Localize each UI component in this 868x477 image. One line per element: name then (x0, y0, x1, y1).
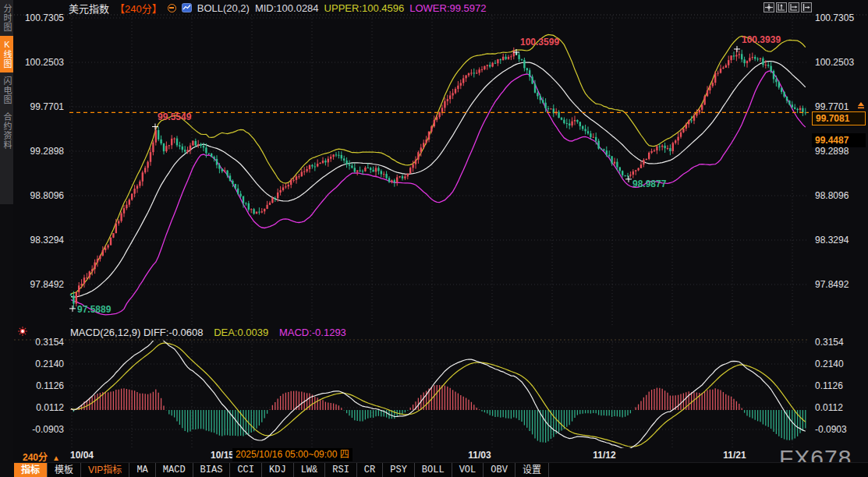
macd-tick-label: 0.1126 (14, 380, 64, 391)
price-tick-label: 98.3294 (14, 235, 64, 246)
macd-diff-value: MACD(26,12,9) DIFF:-0.0608 (70, 327, 204, 338)
price-extreme-label: 100.3599 (520, 37, 559, 48)
macd-tick-label: 0.2140 (815, 359, 844, 369)
date-label: 10/04 (70, 450, 94, 461)
price-tick-label: 100.2503 (815, 57, 854, 68)
last-price-badge: 99.7081 (812, 111, 866, 125)
zoom-y-tool-icon[interactable] (776, 2, 787, 12)
price-up-arrow-icon (857, 102, 865, 110)
macd-tick-label: -0.0903 (815, 424, 847, 435)
crosshair-tool-icon[interactable] (763, 2, 774, 12)
chart-type-icon (182, 3, 192, 12)
macd-bar-value: MACD:-0.1293 (279, 327, 346, 338)
date-label: 11/21 (723, 450, 746, 461)
price-tick-label: 99.7701 (14, 101, 64, 112)
toolbar-item[interactable]: 模板 (48, 463, 81, 477)
macd-tick-label: 0.0112 (14, 402, 64, 413)
date-label: 10/15 (211, 450, 234, 461)
chart-header: 美元指数 【240分】 BOLL(20,2) MID:100.0284 UPPE… (69, 2, 487, 14)
toolbar-item[interactable]: CCI (230, 463, 262, 477)
date-label: 11/03 (468, 450, 491, 461)
toolbar-item[interactable]: LW& (294, 463, 326, 477)
expand-triangle-icon: ▲ (52, 454, 60, 462)
boll-mid-value: MID:100.0284 (255, 2, 319, 14)
chart-tool-group (763, 2, 812, 12)
date-label: 11/12 (593, 450, 615, 461)
chart-canvas[interactable] (0, 0, 868, 477)
price-extreme-label: 100.3939 (742, 34, 781, 45)
price-tick-label: 99.2898 (815, 146, 849, 157)
macd-dea-value: DEA:0.0039 (214, 327, 268, 338)
price-extreme-label: 98.9877 (632, 178, 666, 189)
tab-contract-info[interactable]: 合约资料 (0, 108, 13, 154)
trading-terminal-window: 分时图 K线图 闪电图 合约资料 美元指数 【240分】 BOLL(20,2) … (0, 0, 868, 477)
boll-lower-value: LOWER:99.5972 (409, 2, 486, 14)
toolbar-item[interactable]: OBV (484, 463, 515, 477)
toolbar-item[interactable]: VOL (452, 463, 484, 477)
alert-icon[interactable] (18, 327, 27, 336)
toolbar-item[interactable]: KDJ (262, 463, 294, 477)
toolbar-item[interactable]: PSY (383, 463, 415, 477)
toolbar-item[interactable]: BOLL (415, 463, 452, 477)
time-range-tooltip: 2025/10/16 05:00~09:00 四 (232, 448, 353, 461)
toolbar-item[interactable]: VIP指标 (81, 463, 129, 477)
timeframe-label: 【240分】 (115, 1, 162, 16)
price-tick-label: 99.7701 (815, 101, 849, 112)
price-tick-label: 98.3294 (815, 235, 849, 246)
toolbar-item[interactable]: BIAS (193, 463, 231, 477)
collapse-icon[interactable] (168, 4, 176, 12)
zoom-x-tool-icon[interactable] (788, 2, 799, 12)
price-tick-label: 97.8492 (14, 279, 64, 290)
price-extreme-label: 99.5549 (158, 111, 191, 122)
price-tick-label: 100.7305 (14, 12, 64, 23)
toolbar-item[interactable]: 指标 (14, 463, 48, 477)
price-tick-label: 100.7305 (815, 12, 854, 23)
boll-upper-value: UPPER:100.4596 (324, 2, 405, 14)
toolbar-item[interactable]: MA (129, 463, 155, 477)
timeframe-selector[interactable]: 240分▲ (23, 450, 60, 463)
price-tick-label: 98.8096 (815, 190, 849, 201)
boll-name-label: BOLL(20,2) (197, 2, 250, 14)
macd-tick-label: 0.0112 (815, 402, 843, 413)
price-tick-label: 99.2898 (14, 146, 64, 157)
left-tab-rail: 分时图 K线图 闪电图 合约资料 (0, 0, 13, 477)
macd-tick-label: 0.2140 (14, 359, 64, 369)
indicator-toolbar: 指标模板VIP指标MAMACDBIASCCIKDJLW&RSICRPSYBOLL… (14, 462, 868, 477)
tab-lightning-chart[interactable]: 闪电图 (0, 72, 13, 108)
price-tick-label: 97.8492 (815, 279, 849, 290)
macd-tick-label: 0.1126 (815, 380, 843, 391)
macd-tick-label: 0.3154 (815, 337, 844, 348)
toolbar-item[interactable]: MACD (156, 463, 193, 477)
price-tick-label: 98.8096 (14, 190, 64, 201)
tab-time-chart[interactable]: 分时图 (0, 0, 13, 36)
toolbar-item[interactable]: RSI (325, 463, 357, 477)
price-tick-label: 100.2503 (14, 57, 64, 68)
toolbar-item[interactable]: CR (357, 463, 383, 477)
timeframe-value: 240分 (23, 452, 48, 463)
toolbar-item[interactable]: 设置 (515, 463, 549, 477)
pan-right-tool-icon[interactable] (801, 2, 812, 12)
macd-tick-label: 0.3154 (14, 337, 64, 348)
macd-header: MACD(26,12,9) DIFF:-0.0608 DEA:0.0039 MA… (70, 327, 346, 338)
prev-price-badge: 99.4487 (812, 133, 866, 147)
tab-candle-chart[interactable]: K线图 (0, 36, 13, 72)
macd-tick-label: -0.0903 (14, 424, 64, 435)
price-extreme-label: 97.5889 (77, 304, 111, 315)
symbol-title: 美元指数 (69, 1, 109, 16)
